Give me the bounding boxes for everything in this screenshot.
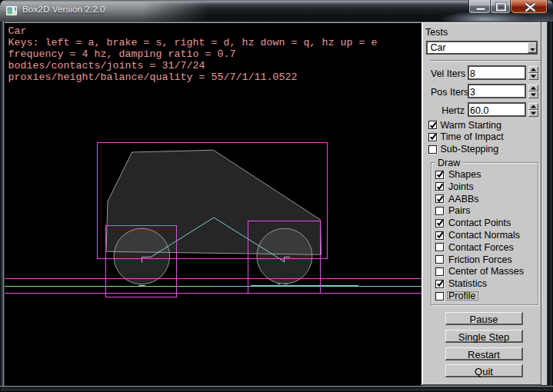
svg-text:Car: Car [8, 25, 27, 37]
svg-text:bodies/contacts/joints = 31/7/: bodies/contacts/joints = 31/7/24 [8, 60, 205, 71]
svg-text:frequency = 4 hz, damping rati: frequency = 4 hz, damping ratio = 0.7 [8, 48, 236, 60]
svg-text:proxies/height/balance/quality: proxies/height/balance/quality = 55/7/1/… [8, 71, 298, 83]
svg-text:Keys: left = a, brake = s, rig: Keys: left = a, brake = s, right = d, hz… [8, 37, 378, 48]
